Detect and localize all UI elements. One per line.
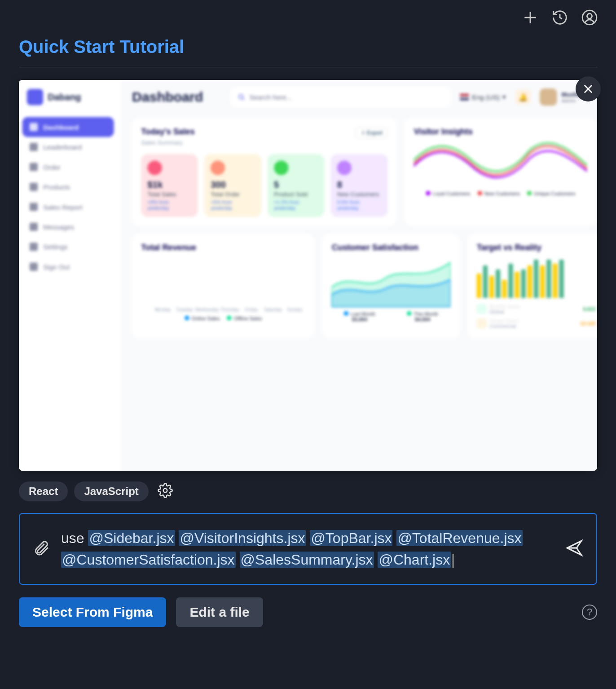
language-tag[interactable]: JavaScript bbox=[74, 481, 148, 501]
help-icon[interactable]: ? bbox=[582, 605, 597, 620]
edit-file-button[interactable]: Edit a file bbox=[176, 597, 263, 627]
brand-logo-icon bbox=[27, 89, 43, 105]
svg-point-3 bbox=[587, 13, 592, 18]
prompt-text: use @Sidebar.jsx @VisitorInsights.jsx @T… bbox=[61, 527, 554, 570]
history-icon[interactable] bbox=[551, 9, 568, 28]
send-icon[interactable] bbox=[565, 539, 584, 559]
sidebar-item-leaderboard: Leaderboard bbox=[22, 137, 114, 157]
search-box: Search here... bbox=[230, 87, 451, 107]
dashboard-preview: Dabang Dashboard Leaderboard Order Produ… bbox=[19, 80, 597, 471]
brand-name: Dabang bbox=[48, 92, 81, 102]
page-title: Quick Start Tutorial bbox=[19, 37, 597, 67]
close-button[interactable] bbox=[576, 76, 601, 102]
svg-point-8 bbox=[163, 489, 167, 493]
notification-icon: 🔔 bbox=[515, 89, 531, 105]
svg-point-6 bbox=[239, 95, 243, 99]
dashboard-heading: Dashboard bbox=[132, 89, 203, 105]
stat-product-sold: 5Product Sold+1.2% from yesterday bbox=[268, 155, 325, 217]
attach-icon[interactable] bbox=[32, 539, 50, 559]
sidebar-item-settings: Settings bbox=[22, 237, 114, 256]
visitor-insights-card: Visitor Insights Loyal Customers bbox=[405, 118, 597, 226]
framework-tag[interactable]: React bbox=[19, 481, 68, 501]
sidebar-item-products: Products bbox=[22, 177, 114, 197]
select-from-figma-button[interactable]: Select From Figma bbox=[19, 597, 166, 627]
todays-sales-card: ⇩ Export Today's Sales Sales Summary $1k… bbox=[132, 118, 396, 226]
avatar bbox=[540, 88, 557, 106]
sidebar-item-sign-out: Sign Out bbox=[22, 257, 114, 277]
prompt-input[interactable]: use @Sidebar.jsx @VisitorInsights.jsx @T… bbox=[19, 513, 597, 585]
preview-sidebar: Dabang Dashboard Leaderboard Order Produ… bbox=[19, 80, 120, 471]
stat-new-customers: 8New Customers0.5% from yesterday bbox=[331, 155, 388, 217]
target-vs-reality-card: Target vs Reality Re bbox=[468, 234, 597, 338]
account-icon[interactable] bbox=[581, 9, 598, 28]
preview-main: Dashboard Search here... Eng (US) ▾ 🔔 Mu… bbox=[120, 80, 597, 471]
add-icon[interactable] bbox=[522, 9, 539, 28]
settings-icon[interactable] bbox=[158, 483, 173, 500]
export-button: ⇩ Export bbox=[356, 127, 387, 139]
sidebar-item-messages: Messages bbox=[22, 217, 114, 237]
stat-total-order: 300Total Order+5% from yesterday bbox=[204, 155, 261, 217]
sidebar-item-sales-report: Sales Report bbox=[22, 197, 114, 216]
sidebar-item-order: Order bbox=[22, 157, 114, 177]
language-selector: Eng (US) ▾ bbox=[460, 93, 506, 101]
customer-satisfaction-card: Customer Satisfaction Last Month$3,004 T… bbox=[323, 234, 460, 338]
stat-total-sales: $1kTotal Sales+8% from yesterday bbox=[141, 155, 198, 217]
total-revenue-card: Total Revenue Monday bbox=[132, 234, 314, 338]
sidebar-item-dashboard: Dashboard bbox=[22, 117, 114, 137]
svg-line-7 bbox=[242, 98, 244, 100]
